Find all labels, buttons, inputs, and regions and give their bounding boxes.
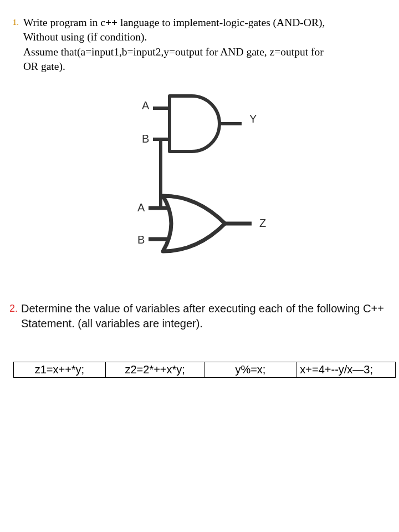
logic-gates-diagram: A B Y A B Z	[98, 90, 297, 268]
question-2: 2. Determine the value of variables afte…	[6, 301, 389, 331]
question-2-number: 2.	[6, 301, 21, 316]
table-row: z1=x++*y; z2=2*++x*y; y%=x; x+=4+--y/x—3…	[14, 362, 396, 378]
question-1-text: Write program in c++ language to impleme…	[23, 16, 325, 74]
q2-line1: Determine the value of variables after e…	[21, 302, 384, 315]
q1-line1: Write program in c++ language to impleme…	[23, 17, 325, 28]
or-input-b-label: B	[137, 234, 145, 246]
and-input-b-label: B	[142, 133, 149, 145]
question-1-number: 1.	[6, 16, 23, 29]
q1-line3: Assume that(a=input1,b=input2,y=output f…	[23, 46, 324, 58]
cell-xplus: x+=4+--y/x—3;	[296, 362, 396, 378]
cell-ymod: y%=x;	[204, 362, 296, 378]
or-input-a-label: A	[137, 201, 145, 214]
statements-table: z1=x++*y; z2=2*++x*y; y%=x; x+=4+--y/x—3…	[13, 362, 396, 378]
cell-z2: z2=2*++x*y;	[105, 362, 204, 378]
and-output-y-label: Y	[249, 113, 257, 125]
question-1: 1. Write program in c++ language to impl…	[6, 16, 389, 74]
or-gate: A B Z	[137, 196, 266, 251]
q1-line2: Without using (if condition).	[23, 31, 147, 43]
q1-line4: OR gate).	[23, 60, 65, 72]
and-input-a-label: A	[142, 99, 150, 112]
question-2-text: Determine the value of variables after e…	[21, 301, 384, 331]
or-output-z-label: Z	[259, 217, 266, 229]
q2-line2: Statement. (all variables are integer).	[21, 317, 203, 330]
cell-z1: z1=x++*y;	[14, 362, 106, 378]
